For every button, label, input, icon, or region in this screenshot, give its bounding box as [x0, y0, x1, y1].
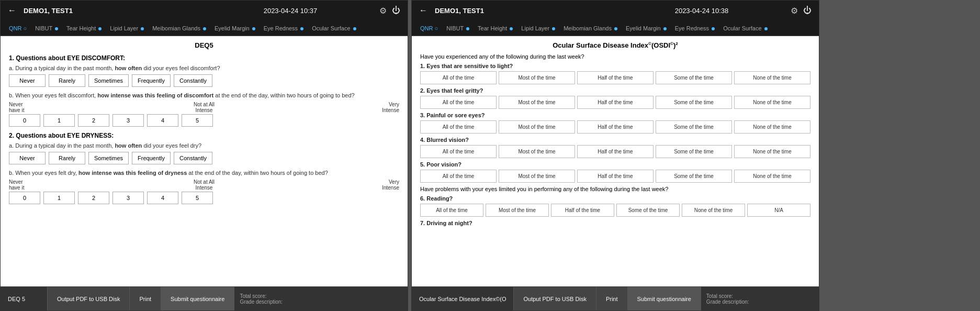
- left-gear-icon[interactable]: ⚙: [379, 6, 387, 16]
- left-form-title: DEQ5: [9, 41, 399, 49]
- left-section1-title: 1. Questions about EYE DISCOMFORT:: [9, 54, 399, 62]
- right-q1-opt2[interactable]: Most of the time: [499, 71, 575, 84]
- right-q3-opt1[interactable]: All of the time: [420, 120, 497, 134]
- right-header: ← DEMO1, TEST1 2023-04-24 10:38 ⚙ ⏻: [412, 1, 819, 20]
- left-tab-eyelid[interactable]: Eyelid Margin: [211, 24, 258, 32]
- left-q1b-0[interactable]: 0: [9, 114, 40, 127]
- right-q5-opt1[interactable]: All of the time: [420, 170, 497, 183]
- right-q3-opt4[interactable]: Some of the time: [656, 120, 732, 134]
- left-q2b-0[interactable]: 0: [9, 192, 40, 204]
- right-footer-submit-button[interactable]: Submit questionnaire: [628, 287, 701, 310]
- left-power-icon[interactable]: ⏻: [392, 6, 400, 16]
- right-q6-opt6[interactable]: N/A: [747, 204, 810, 217]
- left-footer-submit-button[interactable]: Submit questionnaire: [161, 287, 234, 310]
- right-tab-ocular[interactable]: Ocular Surface: [720, 24, 770, 32]
- right-q3-text: 3. Painful or sore eyes?: [420, 112, 810, 118]
- left-q2b-4[interactable]: 4: [147, 192, 178, 204]
- left-q1b-scale-labels: Neverhave it Not at AllIntense VeryInten…: [9, 102, 399, 113]
- left-tab-nibut[interactable]: NIBUT: [32, 24, 61, 32]
- left-q2a-never[interactable]: Never: [9, 152, 46, 164]
- right-tab-lipid-layer[interactable]: Lipid Layer: [518, 24, 558, 32]
- left-q1b-4[interactable]: 4: [147, 114, 178, 127]
- right-q1-opt3[interactable]: Half of the time: [577, 71, 654, 84]
- right-footer-print-button[interactable]: Print: [596, 287, 628, 310]
- right-q1-options: All of the time Most of the time Half of…: [420, 71, 810, 84]
- right-q5-options: All of the time Most of the time Half of…: [420, 170, 810, 183]
- right-q2-opt4[interactable]: Some of the time: [656, 96, 732, 109]
- right-tab-qnr[interactable]: QNR ○: [417, 24, 441, 32]
- right-q7-text: 7. Driving at night?: [420, 220, 810, 226]
- right-intro: Have you experienced any of the followin…: [420, 53, 810, 60]
- right-q2-options: All of the time Most of the time Half of…: [420, 96, 810, 109]
- left-q2a-rarely[interactable]: Rarely: [49, 152, 85, 164]
- right-tab-redness[interactable]: Eye Redness: [672, 24, 718, 32]
- right-q1-opt4[interactable]: Some of the time: [656, 71, 732, 84]
- right-footer-pdf-button[interactable]: Output PDF to USB Disk: [514, 287, 596, 310]
- right-q2-opt2[interactable]: Most of the time: [499, 96, 575, 109]
- left-q1b-1[interactable]: 1: [43, 114, 75, 127]
- left-footer-pdf-button[interactable]: Output PDF to USB Disk: [48, 287, 130, 310]
- left-q1a-rarely[interactable]: Rarely: [49, 74, 85, 87]
- left-q1a-constantly[interactable]: Constantly: [174, 74, 212, 87]
- right-tab-meibomian[interactable]: Meibomian Glands: [560, 24, 621, 32]
- right-q5-opt2[interactable]: Most of the time: [499, 170, 575, 183]
- right-q5-opt3[interactable]: Half of the time: [577, 170, 654, 183]
- right-q1-opt5[interactable]: None of the time: [734, 71, 810, 84]
- left-q2b-5[interactable]: 5: [182, 192, 213, 204]
- left-header: ← DEMO1, TEST1 2023-04-24 10:37 ⚙ ⏻: [1, 1, 408, 20]
- left-tab-qnr[interactable]: QNR ○: [6, 24, 30, 32]
- left-q2b-2[interactable]: 2: [78, 192, 109, 204]
- left-q1a-sometimes[interactable]: Sometimes: [88, 74, 129, 87]
- left-q1a-never[interactable]: Never: [9, 74, 46, 87]
- right-q4-opt2[interactable]: Most of the time: [499, 145, 575, 158]
- right-tab-nibut[interactable]: NIBUT: [443, 24, 472, 32]
- left-q1b-2[interactable]: 2: [78, 114, 109, 127]
- right-q6-opt5[interactable]: None of the time: [682, 204, 745, 217]
- left-q2b-3[interactable]: 3: [112, 192, 144, 204]
- right-q2-opt3[interactable]: Half of the time: [577, 96, 654, 109]
- right-q3-opt5[interactable]: None of the time: [734, 120, 810, 134]
- left-q2a-constantly[interactable]: Constantly: [174, 152, 212, 164]
- left-tab-lipid-layer[interactable]: Lipid Layer: [107, 24, 147, 32]
- left-tab-tear-height[interactable]: Tear Height: [63, 24, 105, 32]
- right-q5-opt4[interactable]: Some of the time: [656, 170, 732, 183]
- left-q2b-scale-buttons: 0 1 2 3 4 5: [9, 192, 399, 204]
- left-back-button[interactable]: ←: [8, 6, 16, 15]
- right-q6-opt2[interactable]: Most of the time: [486, 204, 549, 217]
- right-q2-text: 2. Eyes that feel gritty?: [420, 87, 810, 94]
- right-gear-icon[interactable]: ⚙: [791, 6, 798, 16]
- left-q2b-text: b. When your eyes felt dry, how intense …: [9, 170, 399, 176]
- right-q6-opt1[interactable]: All of the time: [420, 204, 483, 217]
- right-power-icon[interactable]: ⏻: [803, 6, 812, 16]
- right-back-button[interactable]: ←: [419, 6, 427, 15]
- right-q4-opt5[interactable]: None of the time: [734, 145, 810, 158]
- right-q3-opt2[interactable]: Most of the time: [499, 120, 575, 134]
- left-footer-print-button[interactable]: Print: [130, 287, 161, 310]
- left-q2b-scale-labels: Neverhave it Not at AllIntense VeryInten…: [9, 179, 399, 191]
- right-tab-eyelid[interactable]: Eyelid Margin: [623, 24, 670, 32]
- left-q2b-1[interactable]: 1: [43, 192, 75, 204]
- right-q2-opt5[interactable]: None of the time: [734, 96, 810, 109]
- right-q1-opt1[interactable]: All of the time: [420, 71, 497, 84]
- left-tab-meibomian[interactable]: Meibomian Glands: [149, 24, 209, 32]
- right-q4-text: 4. Blurred vision?: [420, 137, 810, 143]
- left-q2a-options: Never Rarely Sometimes Frequently Consta…: [9, 152, 399, 164]
- right-q5-opt5[interactable]: None of the time: [734, 170, 810, 183]
- left-q2a-frequently[interactable]: Frequently: [132, 152, 171, 164]
- left-q2a-sometimes[interactable]: Sometimes: [88, 152, 129, 164]
- right-tab-tear-height[interactable]: Tear Height: [475, 24, 516, 32]
- right-q6-opt3[interactable]: Half of the time: [551, 204, 614, 217]
- right-q4-opt3[interactable]: Half of the time: [577, 145, 654, 158]
- left-q1b-3[interactable]: 3: [112, 114, 144, 127]
- left-tab-ocular[interactable]: Ocular Surface: [309, 24, 359, 32]
- right-q4-opt4[interactable]: Some of the time: [656, 145, 732, 158]
- left-q2b-scale: Neverhave it Not at AllIntense VeryInten…: [9, 179, 399, 204]
- right-q2-opt1[interactable]: All of the time: [420, 96, 497, 109]
- left-q1a-frequently[interactable]: Frequently: [132, 74, 171, 87]
- left-tab-redness[interactable]: Eye Redness: [261, 24, 307, 32]
- left-footer-score: Total score: Grade description:: [234, 287, 408, 310]
- left-q1b-5[interactable]: 5: [182, 114, 213, 127]
- right-q3-opt3[interactable]: Half of the time: [577, 120, 654, 134]
- right-q4-opt1[interactable]: All of the time: [420, 145, 497, 158]
- right-q6-opt4[interactable]: Some of the time: [616, 204, 680, 217]
